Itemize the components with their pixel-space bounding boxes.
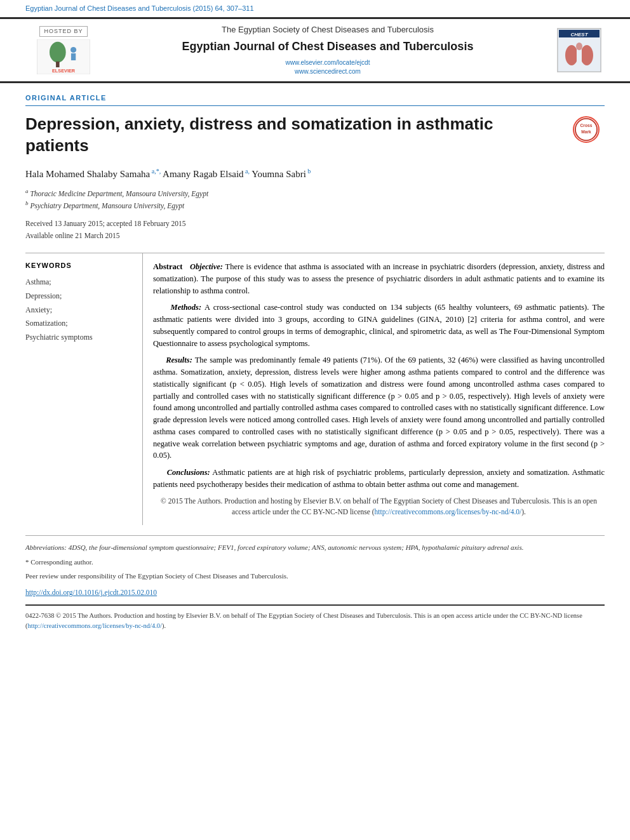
svg-point-1 (50, 42, 66, 63)
keyword-1: Asthma; (25, 276, 133, 290)
copyright-note: © 2015 The Authors. Production and hosti… (153, 496, 605, 518)
corresponding-author-note: * Corresponding author. (25, 557, 605, 567)
author2-name: Amany Ragab Elsaid (163, 169, 243, 179)
abstract-column: Abstract Objective: There is evidence th… (143, 253, 605, 525)
author1-name: Hala Mohamed Shalaby Samaha (25, 169, 150, 179)
svg-rect-2 (56, 62, 60, 67)
received-date: Received 13 January 2015; accepted 18 Fe… (25, 220, 186, 227)
header-logo-right: CHEST (554, 28, 605, 72)
journal-header: HOSTED BY ELSEVIER The Egyptian Society … (0, 17, 630, 83)
keywords-column: KEYWORDS Asthma; Depression; Anxiety; So… (25, 253, 143, 525)
footer-issn-text: 0422-7638 © 2015 The Authors. Production… (25, 612, 582, 630)
svg-text:CHEST: CHEST (570, 32, 588, 37)
svg-text:Mark: Mark (581, 130, 591, 134)
affil-a-marker: a (25, 188, 29, 194)
dates-section: Received 13 January 2015; accepted 18 Fe… (25, 218, 605, 243)
main-content: ORIGINAL ARTICLE Depression, anxiety, di… (0, 83, 630, 642)
available-online-date: Available online 21 March 2015 (25, 232, 120, 239)
bottom-section: Abbreviations: 4DSQ, the four-dimensiona… (25, 535, 605, 598)
elsevier-logo-icon: ELSEVIER (35, 39, 92, 74)
footer-license-link[interactable]: http://creativecommons.org/licenses/by-n… (28, 622, 163, 629)
doi-link[interactable]: http://dx.doi.org/10.1016/j.ejcdt.2015.0… (25, 587, 605, 597)
svg-text:ELSEVIER: ELSEVIER (52, 68, 76, 74)
abstract-heading: Abstract (153, 262, 183, 271)
crossmark-badge[interactable]: Cross Mark (573, 116, 605, 143)
header-urls: www.elsevier.com/locate/ejcdt www.scienc… (112, 58, 544, 76)
svg-text:Cross: Cross (580, 123, 593, 128)
objective-label: Objective: (190, 262, 223, 271)
abstract-conclusions: Conclusions: Asthmatic patients are at h… (153, 467, 605, 491)
svg-point-3 (70, 47, 76, 53)
two-col-section: KEYWORDS Asthma; Depression; Anxiety; So… (25, 253, 605, 525)
copyright-link[interactable]: http://creativecommons.org/licenses/by-n… (375, 508, 522, 516)
journal-link-text: Egyptian Journal of Chest Diseases and T… (25, 4, 254, 12)
authors-line: Hala Mohamed Shalaby Samaha a,*, Amany R… (25, 167, 605, 181)
affil-b-marker: b (25, 200, 29, 206)
footer-bar: 0422-7638 © 2015 The Authors. Production… (25, 604, 605, 632)
affil-b-text: Psychiatry Department, Mansoura Universi… (30, 202, 184, 210)
svg-rect-4 (71, 53, 76, 60)
svg-point-12 (576, 43, 582, 50)
conclusions-label: Conclusions: (167, 468, 210, 477)
affil-a-text: Thoracic Medicine Department, Mansoura U… (30, 190, 208, 197)
keyword-4: Somatization; (25, 317, 133, 331)
abstract-results: Results: The sample was predominantly fe… (153, 354, 605, 462)
article-title: Depression, anxiety, distress and somati… (25, 114, 560, 157)
abstract-methods: Methods: A cross-sectional case-control … (153, 302, 605, 349)
article-title-row: Depression, anxiety, distress and somati… (25, 114, 605, 157)
results-label: Results: (166, 356, 192, 364)
chest-journal-logo-icon: CHEST (557, 28, 601, 72)
peer-review-note: Peer review under responsibility of The … (25, 571, 605, 582)
article-type-label: ORIGINAL ARTICLE (25, 93, 605, 106)
hosted-by-label: HOSTED BY (39, 26, 87, 37)
crossmark-icon[interactable]: Cross Mark (573, 116, 600, 143)
methods-text: A cross-sectional case-control study was… (153, 303, 605, 347)
header-url1[interactable]: www.elsevier.com/locate/ejcdt (286, 59, 370, 66)
author3-name: Youmna Sabri (251, 169, 306, 179)
results-text: The sample was predominantly female 49 p… (153, 356, 605, 460)
conclusions-text: Asthmatic patients are at high risk of p… (153, 468, 605, 489)
society-name: The Egyptian Society of Chest Diseases a… (112, 24, 544, 36)
keyword-3: Anxiety; (25, 303, 133, 317)
abstract-objective: Abstract Objective: There is evidence th… (153, 261, 605, 297)
affiliations: a Thoracic Medicine Department, Mansoura… (25, 187, 605, 211)
keywords-heading: KEYWORDS (25, 261, 133, 270)
author2-markers: a, (244, 168, 250, 175)
header-center: The Egyptian Society of Chest Diseases a… (112, 24, 544, 76)
journal-title-main: Egyptian Journal of Chest Diseases and T… (112, 39, 544, 55)
svg-point-10 (580, 45, 593, 65)
author3-markers: b (306, 168, 311, 175)
author1-markers: a,*, (150, 168, 161, 175)
copyright-text: © 2015 The Authors. Production and hosti… (161, 497, 597, 516)
keyword-2: Depression; (25, 290, 133, 303)
keywords-list: Asthma; Depression; Anxiety; Somatizatio… (25, 276, 133, 344)
header-url2[interactable]: www.sciencedirect.com (295, 68, 361, 75)
journal-link-bar: Egyptian Journal of Chest Diseases and T… (0, 0, 630, 17)
abbreviations-text: Abbreviations: 4DSQ, the four-dimensiona… (25, 542, 605, 554)
methods-label: Methods: (171, 303, 202, 312)
header-logo-left: HOSTED BY ELSEVIER (25, 26, 102, 74)
svg-point-9 (565, 45, 578, 65)
keyword-5: Psychiatric symptoms (25, 331, 133, 345)
